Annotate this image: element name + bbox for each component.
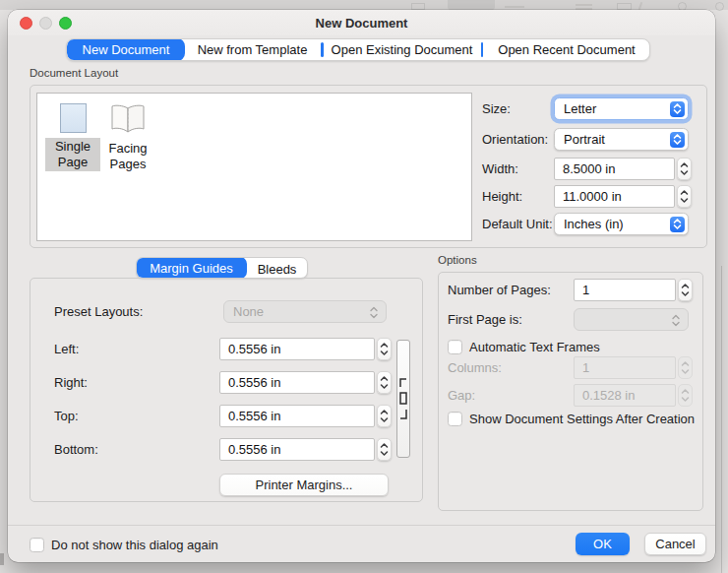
margin-bottom-input[interactable]: 0.5556 in xyxy=(219,438,375,461)
height-stepper[interactable] xyxy=(677,185,692,208)
background-circle-icon xyxy=(715,2,724,11)
width-value: 8.5000 in xyxy=(563,161,616,176)
stepper-arrows-icon xyxy=(681,282,690,298)
background-panel-edge xyxy=(721,266,722,573)
printer-margins-button[interactable]: Printer Margins... xyxy=(219,474,389,496)
margin-top-label: Top: xyxy=(54,405,79,427)
gap-label: Gap: xyxy=(448,384,475,407)
number-of-pages-label: Number of Pages: xyxy=(448,279,551,301)
height-label: Height: xyxy=(482,185,522,208)
tab-separator xyxy=(321,42,324,57)
window-title: New Document xyxy=(8,10,715,35)
size-select[interactable]: Letter xyxy=(554,97,689,120)
margin-left-stepper[interactable] xyxy=(377,338,392,360)
number-of-pages-input[interactable]: 1 xyxy=(574,279,676,301)
stepper-arrows-icon xyxy=(380,341,389,357)
first-page-is-select xyxy=(574,308,689,331)
stepper-arrows-icon xyxy=(681,359,690,376)
automatic-text-frames-label: Automatic Text Frames xyxy=(469,339,600,356)
columns-stepper xyxy=(678,356,693,379)
orientation-select[interactable]: Portrait xyxy=(554,128,689,151)
footer-separator xyxy=(8,525,715,526)
height-value: 11.0000 in xyxy=(563,189,622,204)
margin-bottom-stepper[interactable] xyxy=(377,438,392,461)
chevron-up-down-icon xyxy=(670,217,686,232)
width-stepper[interactable] xyxy=(677,158,692,180)
background-text-fragment xyxy=(0,553,4,565)
margin-top-stepper[interactable] xyxy=(377,405,392,427)
background-toolbar-icon xyxy=(411,3,425,10)
screen: New Document New Document New from Templ… xyxy=(0,0,728,573)
stepper-arrows-icon xyxy=(380,441,389,458)
margin-right-stepper[interactable] xyxy=(377,371,392,394)
tab-separator xyxy=(481,42,484,57)
gap-input: 0.1528 in xyxy=(574,384,676,407)
stepper-arrows-icon xyxy=(680,160,689,177)
stepper-arrows-icon xyxy=(380,408,389,424)
margin-right-value: 0.5556 in xyxy=(228,375,281,390)
layout-preview-panel: Single Page Facing Pages xyxy=(36,93,472,241)
layout-option-facing-pages[interactable]: Facing Pages xyxy=(102,103,153,173)
margin-right-input[interactable]: 0.5556 in xyxy=(219,371,375,394)
margin-bottom-value: 0.5556 in xyxy=(228,442,281,457)
margin-bottom-label: Bottom: xyxy=(54,438,98,461)
stepper-arrows-icon xyxy=(380,374,389,391)
number-of-pages-value: 1 xyxy=(582,283,589,297)
tab-open-recent-document[interactable]: Open Recent Document xyxy=(484,38,649,61)
number-of-pages-stepper[interactable] xyxy=(678,279,693,301)
width-label: Width: xyxy=(482,158,518,180)
ok-button[interactable]: OK xyxy=(576,533,630,555)
automatic-text-frames-checkbox[interactable] xyxy=(448,340,462,354)
first-page-is-label: First Page is: xyxy=(448,308,522,331)
options-section-label: Options xyxy=(438,254,477,266)
gap-stepper xyxy=(678,384,693,407)
width-input[interactable]: 8.5000 in xyxy=(554,158,675,180)
stepper-arrows-icon xyxy=(681,387,690,404)
margin-top-value: 0.5556 in xyxy=(228,409,281,423)
tab-bleeds[interactable]: Bleeds xyxy=(247,258,307,279)
layout-option-single-page[interactable]: Single Page xyxy=(45,103,100,171)
background-toolbar-icon xyxy=(576,4,592,6)
background-toolbar-icon xyxy=(617,3,632,10)
default-unit-label: Default Unit: xyxy=(482,213,553,235)
default-unit-select-value: Inches (in) xyxy=(564,217,624,231)
show-document-settings-checkbox[interactable] xyxy=(448,412,462,426)
orientation-select-value: Portrait xyxy=(564,132,605,147)
chain-link-icon xyxy=(398,377,408,420)
chevron-up-down-icon xyxy=(670,101,686,117)
margin-left-input[interactable]: 0.5556 in xyxy=(219,338,375,360)
tab-new-from-template[interactable]: New from Template xyxy=(185,38,320,61)
single-page-icon xyxy=(60,103,87,133)
size-select-value: Letter xyxy=(564,101,596,116)
dont-show-dialog-label: Do not show this dialog again xyxy=(51,537,218,554)
cancel-button[interactable]: Cancel xyxy=(644,533,706,555)
preset-layouts-label: Preset Layouts: xyxy=(54,300,143,323)
margin-top-input[interactable]: 0.5556 in xyxy=(219,405,375,427)
height-input[interactable]: 11.0000 in xyxy=(554,185,675,208)
layout-option-label: Single Page xyxy=(45,138,100,171)
background-toolbar-button xyxy=(448,0,495,10)
size-label: Size: xyxy=(482,97,511,120)
margin-right-label: Right: xyxy=(54,371,88,394)
preset-layouts-value: None xyxy=(233,304,264,319)
tab-new-document[interactable]: New Document xyxy=(67,38,185,61)
columns-input: 1 xyxy=(574,356,676,379)
tab-open-existing-document[interactable]: Open Existing Document xyxy=(325,38,480,61)
tab-margin-guides[interactable]: Margin Guides xyxy=(136,257,247,279)
document-layout-section-label: Document Layout xyxy=(30,67,118,79)
chevron-up-down-icon xyxy=(670,132,686,148)
default-unit-select[interactable]: Inches (in) xyxy=(554,213,689,235)
margin-left-label: Left: xyxy=(54,338,79,360)
dont-show-dialog-checkbox[interactable] xyxy=(30,538,44,552)
margin-tab-bar: Margin Guides Bleeds xyxy=(136,257,308,279)
chevron-up-down-icon xyxy=(671,313,681,331)
link-margins-button[interactable] xyxy=(396,340,410,458)
background-app-toolbar xyxy=(0,0,728,10)
show-document-settings-label: Show Document Settings After Creation xyxy=(469,411,695,428)
orientation-label: Orientation: xyxy=(482,128,548,151)
background-toolbar-icon xyxy=(505,6,524,8)
background-pen-icon xyxy=(638,2,642,10)
facing-pages-icon xyxy=(109,103,147,135)
dialog-tab-bar: New Document New from Template Open Exis… xyxy=(66,38,650,61)
preset-layouts-select: None xyxy=(223,300,387,323)
